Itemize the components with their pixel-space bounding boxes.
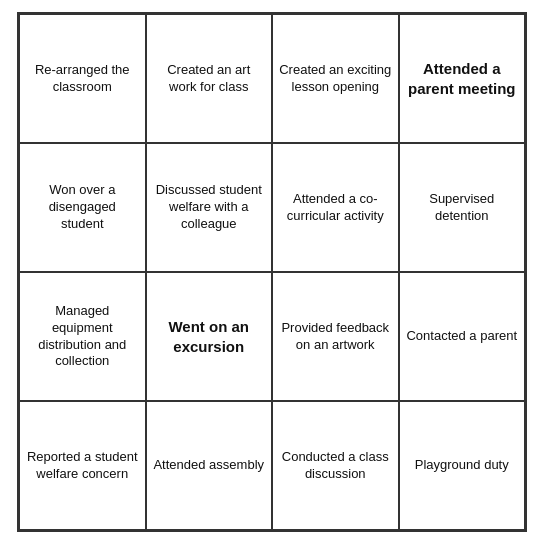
bingo-cell-r2c3[interactable]: Contacted a parent	[399, 272, 526, 401]
bingo-grid: Re-arranged the classroomCreated an art …	[19, 14, 525, 530]
bingo-cell-r1c0[interactable]: Won over a disengaged student	[19, 143, 146, 272]
bingo-cell-r0c2[interactable]: Created an exciting lesson opening	[272, 14, 399, 143]
bingo-cell-r3c1[interactable]: Attended assembly	[146, 401, 273, 530]
bingo-cell-r0c1[interactable]: Created an art work for class	[146, 14, 273, 143]
bingo-cell-r0c3[interactable]: Attended a parent meeting	[399, 14, 526, 143]
bingo-cell-r2c0[interactable]: Managed equipment distribution and colle…	[19, 272, 146, 401]
bingo-cell-r3c3[interactable]: Playground duty	[399, 401, 526, 530]
bingo-cell-r0c0[interactable]: Re-arranged the classroom	[19, 14, 146, 143]
bingo-card: Re-arranged the classroomCreated an art …	[17, 12, 527, 532]
bingo-cell-r1c2[interactable]: Attended a co-curricular activity	[272, 143, 399, 272]
bingo-cell-r2c2[interactable]: Provided feedback on an artwork	[272, 272, 399, 401]
bingo-cell-r1c3[interactable]: Supervised detention	[399, 143, 526, 272]
bingo-cell-r2c1[interactable]: Went on an excursion	[146, 272, 273, 401]
bingo-cell-r3c0[interactable]: Reported a student welfare concern	[19, 401, 146, 530]
bingo-cell-r1c1[interactable]: Discussed student welfare with a colleag…	[146, 143, 273, 272]
bingo-cell-r3c2[interactable]: Conducted a class discussion	[272, 401, 399, 530]
